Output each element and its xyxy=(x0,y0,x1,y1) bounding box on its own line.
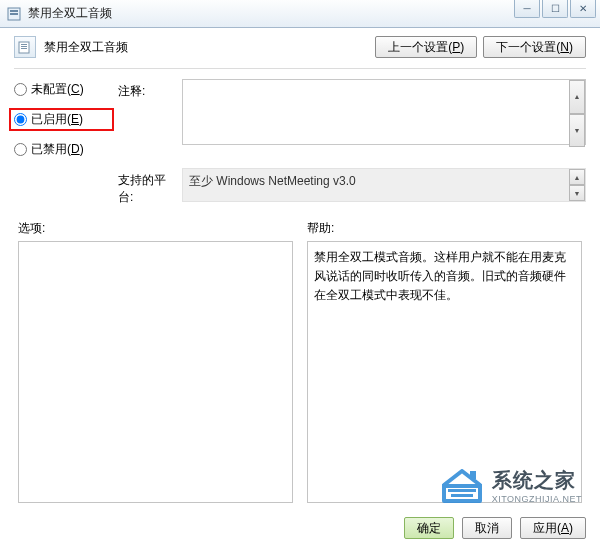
window-title: 禁用全双工音频 xyxy=(28,5,112,22)
comment-spinner: ▲ ▼ xyxy=(569,80,585,147)
state-radio-group: 未配置(C) 已启用(E) 已禁用(D) xyxy=(14,79,114,158)
platform-text: 至少 Windows NetMeeting v3.0 xyxy=(189,174,356,188)
app-icon xyxy=(6,6,22,22)
platform-spin-down[interactable]: ▼ xyxy=(569,185,585,201)
maximize-button[interactable]: ☐ xyxy=(542,0,568,18)
comment-textarea[interactable] xyxy=(182,79,586,145)
ok-button[interactable]: 确定 xyxy=(404,517,454,539)
policy-icon xyxy=(14,36,36,58)
svg-rect-1 xyxy=(10,10,18,12)
svg-rect-3 xyxy=(19,42,29,53)
minimize-button[interactable]: ─ xyxy=(514,0,540,18)
radio-disabled-input[interactable] xyxy=(14,143,27,156)
platform-spinner: ▲ ▼ xyxy=(569,169,585,201)
next-setting-button[interactable]: 下一个设置(N) xyxy=(483,36,586,58)
cancel-button[interactable]: 取消 xyxy=(462,517,512,539)
radio-disabled[interactable]: 已禁用(D) xyxy=(14,141,114,158)
help-panel: 禁用全双工模式音频。这样用户就不能在用麦克风说话的同时收听传入的音频。旧式的音频… xyxy=(307,241,582,503)
titlebar: 禁用全双工音频 ─ ☐ ✕ xyxy=(0,0,600,28)
svg-rect-4 xyxy=(21,44,27,45)
prev-setting-button[interactable]: 上一个设置(P) xyxy=(375,36,477,58)
comment-spin-down[interactable]: ▼ xyxy=(569,114,585,148)
radio-enabled-input[interactable] xyxy=(14,113,27,126)
platform-spin-up[interactable]: ▲ xyxy=(569,169,585,185)
apply-button[interactable]: 应用(A) xyxy=(520,517,586,539)
comment-spin-up[interactable]: ▲ xyxy=(569,80,585,114)
radio-enabled[interactable]: 已启用(E) xyxy=(9,108,114,131)
platform-box: 至少 Windows NetMeeting v3.0 xyxy=(182,168,586,202)
svg-rect-5 xyxy=(21,46,27,47)
svg-rect-2 xyxy=(10,13,18,15)
comment-label: 注释: xyxy=(118,79,178,100)
window-controls: ─ ☐ ✕ xyxy=(514,0,596,20)
dialog-buttons: 确定 取消 应用(A) xyxy=(404,517,586,539)
options-label: 选项: xyxy=(18,220,293,237)
divider xyxy=(14,68,586,69)
radio-unconfigured[interactable]: 未配置(C) xyxy=(14,81,114,98)
close-button[interactable]: ✕ xyxy=(570,0,596,18)
help-text: 禁用全双工模式音频。这样用户就不能在用麦克风说话的同时收听传入的音频。旧式的音频… xyxy=(314,250,566,302)
platform-label: 支持的平台: xyxy=(118,168,178,206)
help-label: 帮助: xyxy=(307,220,582,237)
page-title: 禁用全双工音频 xyxy=(44,39,128,56)
radio-unconfigured-input[interactable] xyxy=(14,83,27,96)
options-panel xyxy=(18,241,293,503)
svg-rect-6 xyxy=(21,48,27,49)
